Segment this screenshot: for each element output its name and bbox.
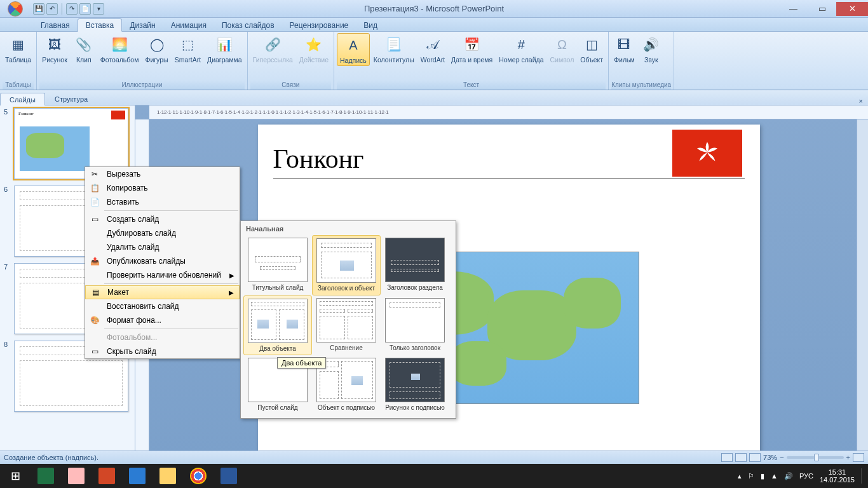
windows-taskbar: ⊞ ▴ ⚐ ▮ ▲ 🔊 РУС 15:31 14.07.2015	[0, 464, 868, 488]
fit-window-button[interactable]	[853, 453, 864, 462]
layout-flyout: Начальная Титульный слайдЗаголовок и объ…	[240, 220, 456, 419]
ribbon-Колонтитулы[interactable]: 📃Колонтитулы	[371, 33, 417, 65]
close-button[interactable]: ✕	[836, 2, 868, 16]
layout-option-Заголовок и объект[interactable]: Заголовок и объект	[312, 235, 381, 295]
maximize-button[interactable]: ▭	[808, 2, 836, 16]
qat-undo[interactable]: ↶	[46, 3, 58, 15]
ribbon-label: Объект	[580, 56, 603, 64]
zoom-slider-thumb[interactable]	[814, 454, 819, 461]
tab-Рецензирование[interactable]: Рецензирование	[282, 19, 356, 31]
taskbar-app-excel[interactable]	[31, 464, 61, 488]
ribbon-group-label: Клипы мультимедиа	[611, 81, 671, 90]
ribbon-icon: ▦	[8, 34, 29, 55]
minimize-button[interactable]: —	[779, 2, 808, 16]
layout-option-Титульный слайд[interactable]: Титульный слайд	[243, 235, 312, 295]
ribbon-Фильм[interactable]: 🎞Фильм	[611, 33, 637, 65]
ribbon-Звук[interactable]: 🔊Звук	[639, 33, 664, 65]
qat-customize[interactable]: ▾	[93, 3, 104, 15]
view-normal-button[interactable]	[721, 453, 733, 462]
submenu-arrow-icon: ▶	[229, 289, 234, 296]
ribbon-Номер слайда[interactable]: #Номер слайда	[496, 33, 546, 65]
taskbar-app-4[interactable]	[122, 464, 153, 488]
layout-option-Только заголовок[interactable]: Только заголовок	[381, 295, 449, 356]
ribbon-Фигуры[interactable]: ◯Фигуры	[142, 33, 170, 65]
ribbon-Дата и время[interactable]: 📅Дата и время	[449, 33, 495, 65]
ctx-Опубликовать слайды[interactable]: 📤Опубликовать слайды	[85, 254, 240, 268]
taskbar-app-powerpoint[interactable]	[92, 464, 122, 488]
tab-slides[interactable]: Слайды	[0, 93, 45, 105]
ribbon-Надпись[interactable]: AНадпись	[337, 33, 370, 66]
ctx-Вырезать[interactable]: ✂Вырезать	[85, 167, 240, 181]
ctx-Проверить наличие обновлений[interactable]: Проверить наличие обновлений▶	[85, 268, 240, 282]
ctx-Скрыть слайд[interactable]: ▭Скрыть слайд	[85, 344, 240, 358]
layout-option-Рисунок с подписью[interactable]: Рисунок с подписью	[381, 355, 449, 414]
tray-up-icon[interactable]: ▴	[738, 472, 742, 480]
ctx-Дублировать слайд[interactable]: Дублировать слайд	[85, 226, 240, 240]
system-tray: ▴ ⚐ ▮ ▲ 🔊 РУС 15:31 14.07.2015	[738, 468, 868, 484]
zoom-in-button[interactable]: +	[846, 454, 850, 461]
view-sorter-button[interactable]	[735, 453, 747, 462]
view-slideshow-button[interactable]	[749, 453, 761, 462]
tray-volume-icon[interactable]: 🔊	[784, 472, 793, 480]
show-desktop[interactable]	[861, 468, 862, 484]
tab-Вставка[interactable]: Вставка	[78, 18, 123, 32]
layout-option-Сравнение[interactable]: Сравнение	[312, 295, 381, 356]
ctx-item-label: Макет	[107, 288, 129, 297]
taskbar-app-paint[interactable]	[61, 464, 92, 488]
tab-Главная[interactable]: Главная	[33, 19, 78, 31]
ctx-item-label: Дублировать слайд	[107, 229, 176, 238]
ctx-item-icon: 📤	[88, 255, 102, 267]
ctx-separator	[104, 283, 238, 284]
ribbon-Таблица[interactable]: ▦Таблица	[3, 33, 34, 65]
zoom-out-button[interactable]: −	[780, 454, 783, 461]
ribbon-WordArt[interactable]: 𝒜WordArt	[418, 33, 447, 65]
panel-close[interactable]: ×	[854, 97, 868, 105]
slide-title-text[interactable]: Гонконг	[273, 144, 364, 174]
ribbon-label: Гиперссылка	[253, 56, 293, 64]
layout-thumb-icon	[385, 238, 445, 282]
ribbon-Клип[interactable]: 📎Клип	[71, 33, 97, 65]
ctx-Вставить[interactable]: 📄Вставить	[85, 195, 240, 209]
tray-lang[interactable]: РУС	[799, 472, 813, 480]
office-button[interactable]	[3, 1, 28, 17]
tray-flag-icon[interactable]: ⚐	[748, 472, 754, 480]
qat-redo[interactable]: ↷	[66, 3, 78, 15]
ribbon-SmartArt[interactable]: ⬚SmartArt	[172, 33, 203, 65]
zoom-slider[interactable]	[787, 456, 844, 459]
ribbon-label: Звук	[644, 56, 658, 64]
qat-save[interactable]: 💾	[33, 3, 44, 15]
ctx-Создать слайд[interactable]: ▭Создать слайд	[85, 212, 240, 226]
layout-option-Заголовок раздела[interactable]: Заголовок раздела	[381, 235, 449, 295]
taskbar-app-word[interactable]	[214, 464, 244, 488]
tab-Дизайн[interactable]: Дизайн	[122, 19, 163, 31]
ctx-item-icon: 📋	[88, 182, 102, 194]
tab-outline[interactable]: Структура	[45, 92, 97, 105]
ctx-Удалить слайд[interactable]: Удалить слайд	[85, 240, 240, 254]
taskbar-app-chrome[interactable]	[183, 464, 214, 488]
layout-thumb-icon	[316, 238, 376, 283]
flag-image[interactable]	[672, 130, 742, 177]
ribbon-Гиперссылка: 🔗Гиперссылка	[250, 33, 295, 65]
tray-network-icon[interactable]: ▲	[771, 472, 778, 480]
ribbon-Диаграмма[interactable]: 📊Диаграмма	[205, 33, 245, 65]
ribbon-Объект[interactable]: ◫Объект	[578, 33, 606, 65]
vertical-scrollbar[interactable]	[857, 119, 868, 464]
qat-print[interactable]: 📄	[79, 3, 91, 15]
ctx-Копировать[interactable]: 📋Копировать	[85, 181, 240, 195]
layout-option-Два объекта[interactable]: Два объекта	[243, 295, 312, 356]
ribbon-Рисунок[interactable]: 🖼Рисунок	[39, 33, 70, 65]
tab-Вид[interactable]: Вид	[356, 19, 385, 31]
taskbar-app-explorer[interactable]	[153, 464, 183, 488]
tray-battery-icon[interactable]: ▮	[761, 472, 764, 480]
ctx-Восстановить слайд[interactable]: Восстановить слайд	[85, 299, 240, 313]
ctx-Макет[interactable]: ▤Макет▶	[85, 285, 240, 299]
window-title: Презентация3 - Microsoft PowerPoint	[364, 4, 504, 13]
tab-Анимация[interactable]: Анимация	[163, 19, 214, 31]
ribbon-Фотоальбом[interactable]: 🌅Фотоальбом	[98, 33, 142, 65]
start-button[interactable]: ⊞	[0, 464, 31, 488]
ribbon-label: Дата и время	[451, 56, 492, 64]
ribbon-group-label: Связи	[250, 81, 331, 90]
tab-Показ слайдов[interactable]: Показ слайдов	[214, 19, 282, 31]
ctx-Формат фона...[interactable]: 🎨Формат фона...	[85, 313, 240, 327]
tray-time[interactable]: 15:31	[820, 468, 855, 476]
